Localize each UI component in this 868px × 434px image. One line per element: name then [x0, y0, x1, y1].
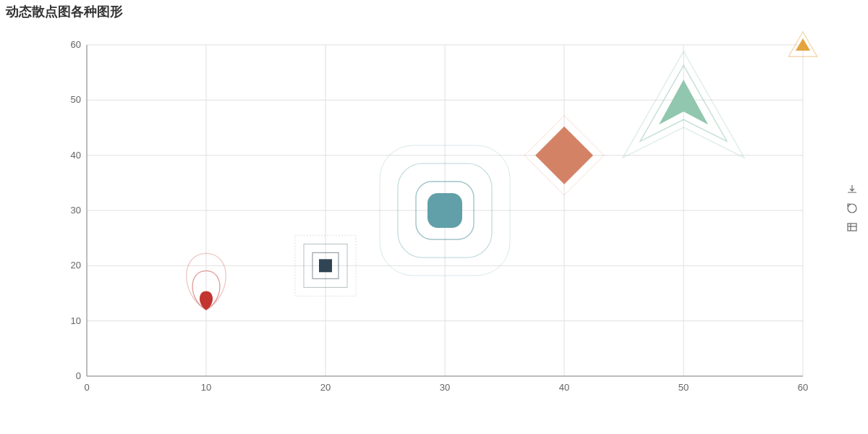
y-tick-50: 50: [71, 94, 81, 105]
restore-icon: [848, 204, 856, 213]
y-tick-40: 40: [71, 150, 81, 161]
download-icon: [848, 185, 856, 192]
y-tick-60: 60: [71, 39, 81, 50]
scatter-chart: 0 10 20 30 40 50 60 0 10 20 30 40 50 60: [0, 0, 868, 434]
y-tick-10: 10: [71, 315, 81, 326]
toolbox-dataview[interactable]: [848, 224, 856, 231]
y-tick-20: 20: [71, 260, 81, 271]
x-tick-10: 10: [201, 382, 211, 393]
x-tick-20: 20: [320, 382, 331, 393]
dataview-icon: [848, 224, 856, 231]
x-tick-50: 50: [678, 382, 689, 393]
point-diamond: [524, 116, 604, 195]
y-tick-30: 30: [71, 205, 81, 216]
x-tick-60: 60: [798, 382, 808, 393]
y-tick-0: 0: [76, 370, 81, 381]
toolbox-save-image[interactable]: [848, 185, 856, 192]
toolbox-restore[interactable]: [848, 204, 856, 213]
toolbox: [848, 185, 856, 231]
svg-rect-19: [319, 259, 332, 272]
x-tick-labels: 0 10 20 30 40 50 60: [84, 382, 808, 393]
x-tick-30: 30: [440, 382, 450, 393]
x-tick-40: 40: [559, 382, 569, 393]
svg-rect-23: [427, 193, 462, 228]
y-tick-labels: 0 10 20 30 40 50 60: [71, 39, 81, 381]
x-tick-0: 0: [84, 382, 89, 393]
